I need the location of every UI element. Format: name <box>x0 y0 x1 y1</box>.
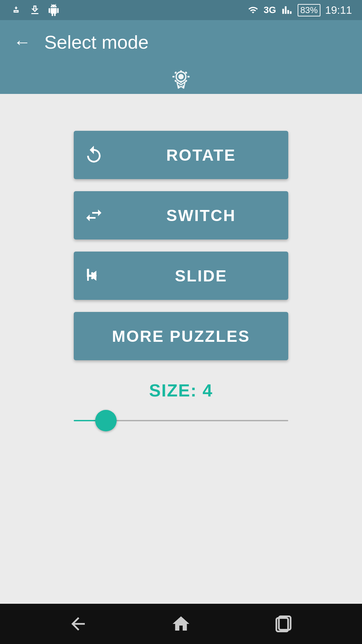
back-button[interactable]: ← <box>13 33 31 51</box>
switch-button[interactable]: SWITCH <box>74 191 288 239</box>
switch-label: SWITCH <box>114 206 288 225</box>
svg-rect-4 <box>172 76 174 77</box>
status-icons-left <box>10 4 60 16</box>
more-puzzles-label: MORE PUZZLES <box>112 327 250 345</box>
nav-back-button[interactable] <box>68 614 88 634</box>
svg-rect-3 <box>180 81 182 83</box>
header: ← Select mode <box>0 20 362 94</box>
header-top: ← Select mode <box>13 20 349 64</box>
status-bar: 3G 83% 19:11 <box>0 0 362 20</box>
nav-recents-button[interactable] <box>274 614 294 634</box>
rotate-label: ROTATE <box>114 146 288 164</box>
battery-icon: 83% <box>298 4 320 16</box>
signal-icon <box>281 5 293 15</box>
award-icon <box>168 65 194 92</box>
bottom-nav <box>0 604 362 644</box>
size-slider[interactable] <box>74 411 288 431</box>
wifi-icon <box>247 5 259 15</box>
status-icons-right: 3G 83% 19:11 <box>247 4 352 16</box>
android-icon <box>48 4 60 16</box>
clock: 19:11 <box>325 4 352 16</box>
slide-label: SLIDE <box>114 267 288 285</box>
size-section: SIZE: 4 <box>74 380 288 431</box>
main-content: ROTATE SWITCH SLIDE <box>0 94 362 604</box>
network-type: 3G <box>264 5 276 15</box>
slider-thumb[interactable] <box>95 410 117 431</box>
slide-icon <box>74 266 114 286</box>
svg-rect-2 <box>180 70 182 72</box>
slide-button[interactable]: SLIDE <box>74 252 288 300</box>
mode-buttons: ROTATE SWITCH SLIDE <box>20 131 342 360</box>
size-label: SIZE: 4 <box>149 380 213 400</box>
nav-home-button[interactable] <box>171 614 191 634</box>
switch-icon <box>74 205 114 225</box>
rotate-button[interactable]: ROTATE <box>74 131 288 179</box>
usb-icon <box>10 4 22 16</box>
svg-point-1 <box>178 74 184 79</box>
header-icon-row <box>13 64 349 94</box>
page-title: Select mode <box>44 31 148 53</box>
more-puzzles-button[interactable]: MORE PUZZLES <box>74 312 288 360</box>
svg-rect-5 <box>187 76 189 77</box>
download-icon <box>29 4 41 16</box>
rotate-icon <box>74 145 114 165</box>
